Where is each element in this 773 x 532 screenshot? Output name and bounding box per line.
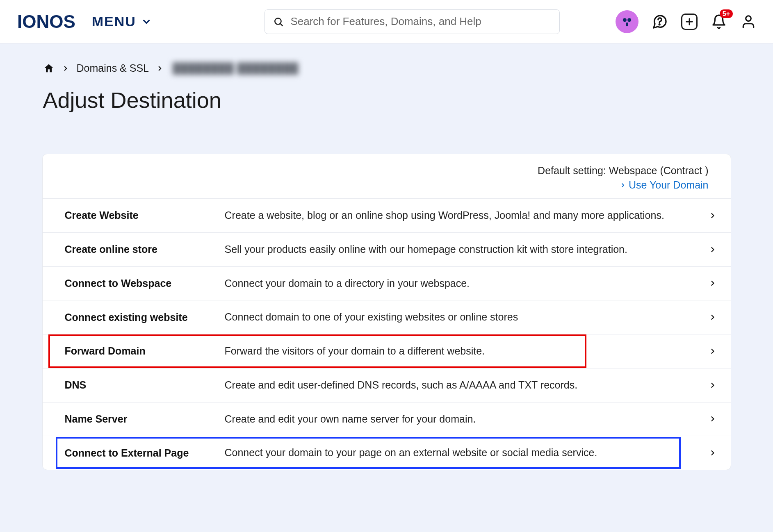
option-description: Connect your domain to your page on an e… (225, 446, 705, 460)
option-connect-webspace[interactable]: Connect to WebspaceConnect your domain t… (43, 267, 731, 301)
option-title: Create Website (65, 209, 225, 221)
page-main: Domains & SSL ████████ ████████ Adjust D… (42, 43, 731, 470)
option-title: Connect to External Page (65, 447, 225, 459)
use-your-domain-link[interactable]: Use Your Domain (620, 179, 709, 191)
chevron-right-icon (62, 65, 69, 72)
option-description: Sell your products easily online with ou… (225, 243, 705, 257)
option-description: Create a website, blog or an online shop… (225, 209, 705, 223)
main-menu-button[interactable]: MENU (92, 14, 152, 30)
notifications-icon[interactable]: 5+ (711, 14, 727, 30)
chevron-right-icon (705, 381, 720, 389)
chevron-right-icon (705, 246, 720, 254)
option-description: Forward the visitors of your domain to a… (225, 344, 705, 358)
svg-rect-4 (626, 22, 628, 26)
option-title: Connect existing website (65, 311, 225, 323)
option-title: Create online store (65, 243, 225, 255)
options-list: Create WebsiteCreate a website, blog or … (43, 199, 731, 470)
default-setting-text: Default setting: Webspace (Contract ) (65, 165, 709, 177)
chevron-right-icon (620, 182, 626, 189)
option-create-online-store[interactable]: Create online storeSell your products ea… (43, 233, 731, 267)
option-create-website[interactable]: Create WebsiteCreate a website, blog or … (43, 199, 731, 233)
search-input[interactable] (290, 15, 551, 28)
assistant-avatar[interactable] (616, 10, 638, 33)
breadcrumb-home[interactable] (43, 63, 55, 74)
breadcrumb-current-blurred: ████████ ████████ (171, 62, 300, 74)
option-description: Connect your domain to a directory in yo… (225, 277, 705, 291)
main-menu-label: MENU (92, 14, 136, 30)
header-tools: 5+ (616, 10, 757, 33)
destination-panel: Default setting: Webspace (Contract ) Us… (42, 154, 731, 470)
chevron-right-icon (705, 279, 720, 287)
svg-point-5 (659, 24, 660, 25)
chevron-right-icon (705, 211, 720, 220)
chevron-right-icon (705, 313, 720, 321)
panel-header: Default setting: Webspace (Contract ) Us… (43, 154, 731, 199)
svg-line-1 (280, 24, 283, 26)
svg-point-2 (623, 18, 627, 22)
option-title: Name Server (65, 413, 225, 425)
option-name-server[interactable]: Name ServerCreate and edit your own name… (43, 402, 731, 437)
account-icon[interactable] (740, 14, 757, 30)
svg-point-3 (627, 18, 631, 22)
chevron-down-icon (141, 16, 152, 27)
brand-logo[interactable]: IONOS (17, 11, 75, 32)
option-title: DNS (65, 379, 225, 391)
search-icon (273, 16, 284, 27)
chevron-right-icon (156, 65, 164, 72)
option-title: Forward Domain (65, 345, 225, 357)
option-dns[interactable]: DNSCreate and edit user-defined DNS reco… (43, 368, 731, 402)
option-title: Connect to Webspace (65, 277, 225, 289)
page-title: Adjust Destination (43, 87, 731, 113)
option-description: Create and edit user-defined DNS records… (225, 378, 705, 392)
option-connect-external-page[interactable]: Connect to External PageConnect your dom… (43, 436, 731, 470)
notification-badge: 5+ (720, 9, 733, 18)
add-icon[interactable] (681, 14, 698, 30)
breadcrumb-domains-ssl[interactable]: Domains & SSL (77, 62, 149, 74)
home-icon (43, 63, 55, 74)
svg-point-8 (746, 16, 751, 21)
breadcrumb: Domains & SSL ████████ ████████ (42, 62, 731, 74)
option-forward-domain[interactable]: Forward DomainForward the visitors of yo… (43, 334, 731, 368)
option-description: Connect domain to one of your existing w… (225, 310, 705, 324)
chevron-right-icon (705, 449, 720, 457)
search-field[interactable] (265, 9, 560, 34)
help-icon[interactable] (652, 14, 668, 30)
top-bar: IONOS MENU 5+ (0, 0, 773, 43)
use-your-domain-label: Use Your Domain (629, 179, 709, 191)
option-connect-existing-website[interactable]: Connect existing websiteConnect domain t… (43, 300, 731, 334)
option-description: Create and edit your own name server for… (225, 412, 705, 426)
chevron-right-icon (705, 415, 720, 423)
chevron-right-icon (705, 347, 720, 355)
